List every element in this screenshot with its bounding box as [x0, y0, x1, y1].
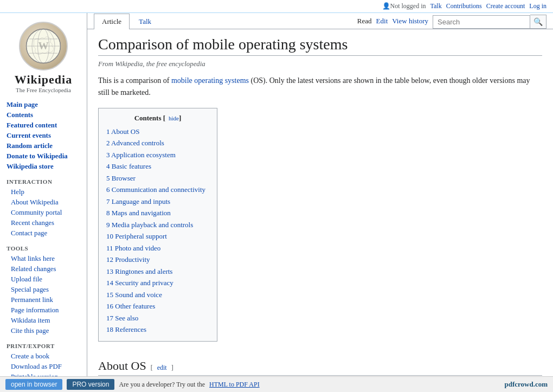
toc-hide-link[interactable]: hide	[169, 115, 179, 121]
sidebar-item-help[interactable]: Help	[0, 187, 87, 197]
sidebar-item-wikidata-item[interactable]: Wikidata item	[0, 316, 87, 326]
toc-item: 4 Basic features	[106, 160, 209, 172]
search-input[interactable]	[433, 15, 530, 29]
toc-link[interactable]: 11 Photo and video	[106, 244, 160, 252]
toc-link[interactable]: 3 Application ecosystem	[106, 151, 176, 159]
sidebar-item-current-events[interactable]: Current events	[0, 131, 87, 141]
toc-link[interactable]: 18 References	[106, 325, 146, 333]
table-of-contents: Contents [ hide ] 1 About OS2 Advanced c…	[98, 108, 217, 342]
sidebar-item-about-wikipedia[interactable]: About Wikipedia	[0, 197, 87, 208]
site-name: Wikipedia	[15, 73, 72, 87]
from-line: From Wikipedia, the free encyclopedia	[98, 60, 542, 68]
contributions-link[interactable]: Contributions	[446, 2, 482, 10]
sidebar-item-random-article[interactable]: Random article	[0, 141, 87, 151]
toc-link[interactable]: 5 Browser	[106, 174, 136, 182]
toc-item: 3 Application ecosystem	[106, 149, 209, 161]
toc-header: Contents [ hide ]	[106, 114, 209, 123]
site-tagline: The Free Encyclopedia	[16, 87, 71, 93]
sidebar-item-donate[interactable]: Donate to Wikipedia	[0, 151, 87, 162]
toc-link[interactable]: 4 Basic features	[106, 162, 151, 170]
toc-item: 2 Advanced controls	[106, 137, 209, 149]
tab-edit[interactable]: Edit	[376, 17, 388, 25]
about-os-edit-link[interactable]: edit	[157, 364, 167, 372]
bottom-bar: open in browser PRO version Are you a de…	[0, 376, 553, 392]
sidebar-item-contact-page[interactable]: Contact page	[0, 228, 87, 239]
sidebar-item-community-portal[interactable]: Community portal	[0, 208, 87, 218]
toc-item: 11 Photo and video	[106, 242, 209, 254]
tab-article[interactable]: Article	[94, 14, 130, 29]
toc-link[interactable]: 9 Media playback and controls	[106, 221, 193, 229]
toc-item: 14 Security and privacy	[106, 277, 209, 289]
toc-link[interactable]: 15 Sound and voice	[106, 291, 162, 299]
toc-list: 1 About OS2 Advanced controls3 Applicati…	[106, 126, 209, 336]
sidebar-item-cite-this-page[interactable]: Cite this page	[0, 326, 87, 336]
page-title: Comparison of mobile operating systems	[98, 36, 542, 56]
top-bar: 👤 Not logged in Talk Contributions Creat…	[0, 0, 553, 13]
toc-link[interactable]: 14 Security and privacy	[106, 279, 173, 287]
open-in-browser-button[interactable]: open in browser	[5, 379, 62, 390]
toc-link[interactable]: 2 Advanced controls	[106, 139, 164, 147]
toc-item: 7 Language and inputs	[106, 196, 209, 208]
toc-item: 18 References	[106, 324, 209, 336]
toc-link[interactable]: 16 Other features	[106, 302, 155, 310]
search-button[interactable]: 🔍	[530, 15, 546, 29]
toc-item: 13 Ringtones and alerts	[106, 266, 209, 278]
toc-item: 17 See also	[106, 312, 209, 324]
log-in-link[interactable]: Log in	[529, 2, 546, 10]
sidebar-item-permanent-link[interactable]: Permanent link	[0, 295, 87, 305]
toc-item: 6 Communication and connectivity	[106, 184, 209, 196]
sidebar-item-download-pdf[interactable]: Download as PDF	[0, 362, 87, 372]
tab-view-history[interactable]: View history	[392, 17, 428, 25]
tab-read[interactable]: Read	[357, 17, 372, 25]
intro-paragraph: This is a comparison of mobile operating…	[98, 75, 542, 99]
sidebar-item-contents[interactable]: Contents	[0, 110, 87, 120]
page-content: Comparison of mobile operating systems F…	[87, 29, 553, 392]
create-account-link[interactable]: Create account	[486, 2, 525, 10]
tools-title: Tools	[0, 243, 87, 254]
sidebar-nav: Main page Contents Featured content Curr…	[0, 100, 87, 172]
logo-area: W Wikipedia The Free Encyclopedia	[0, 17, 87, 100]
toc-item: 1 About OS	[106, 126, 209, 138]
toc-item: 9 Media playback and controls	[106, 219, 209, 231]
sidebar-item-featured-content[interactable]: Featured content	[0, 120, 87, 131]
sidebar-item-upload-file[interactable]: Upload file	[0, 274, 87, 285]
tab-talk[interactable]: Talk	[131, 14, 159, 29]
sidebar-item-create-book[interactable]: Create a book	[0, 351, 87, 362]
about-os-heading: About OS	[98, 359, 146, 373]
interaction-title: Interaction	[0, 176, 87, 187]
sidebar-item-related-changes[interactable]: Related changes	[0, 264, 87, 274]
sidebar-item-page-information[interactable]: Page information	[0, 305, 87, 316]
toc-item: 8 Maps and navigation	[106, 207, 209, 219]
pro-version-button[interactable]: PRO version	[67, 379, 114, 390]
html-to-pdf-link[interactable]: HTML to PDF API	[209, 381, 260, 389]
sidebar: W Wikipedia The Free Encyclopedia Main p…	[0, 13, 87, 392]
wikipedia-globe: W	[19, 22, 68, 70]
toc-link[interactable]: 7 Language and inputs	[106, 197, 170, 205]
page-layout: W Wikipedia The Free Encyclopedia Main p…	[0, 13, 553, 392]
tab-bar: Article Talk Read Edit View history 🔍	[87, 13, 553, 29]
dev-text: Are you a developer? Try out the	[119, 381, 205, 389]
toc-link[interactable]: 12 Productivity	[106, 255, 150, 264]
sidebar-item-main-page[interactable]: Main page	[0, 100, 87, 110]
talk-link[interactable]: Talk	[430, 2, 442, 10]
main-content: Article Talk Read Edit View history 🔍 Co…	[87, 13, 553, 392]
print-title: Print/export	[0, 340, 87, 351]
toc-link[interactable]: 10 Peripheral support	[106, 232, 167, 240]
toc-link[interactable]: 6 Communication and connectivity	[106, 185, 205, 194]
sidebar-item-special-pages[interactable]: Special pages	[0, 285, 87, 295]
sidebar-interaction: Interaction Help About Wikipedia Communi…	[0, 176, 87, 239]
toc-link[interactable]: 17 See also	[106, 314, 138, 322]
mobile-os-link[interactable]: mobile operating systems	[171, 76, 249, 85]
toc-item: 10 Peripheral support	[106, 230, 209, 242]
toc-link[interactable]: 13 Ringtones and alerts	[106, 267, 172, 275]
toc-item: 12 Productivity	[106, 254, 209, 266]
sidebar-tools: Tools What links here Related changes Up…	[0, 243, 87, 336]
toc-item: 5 Browser	[106, 172, 209, 184]
sidebar-item-recent-changes[interactable]: Recent changes	[0, 218, 87, 228]
tab-actions: Read Edit View history	[357, 17, 428, 29]
toc-link[interactable]: 8 Maps and navigation	[106, 209, 171, 217]
toc-link[interactable]: 1 About OS	[106, 127, 139, 136]
not-logged-in-text: Not logged in	[390, 2, 426, 10]
sidebar-item-wikipedia-store[interactable]: Wikipedia store	[0, 162, 87, 172]
sidebar-item-what-links-here[interactable]: What links here	[0, 254, 87, 264]
